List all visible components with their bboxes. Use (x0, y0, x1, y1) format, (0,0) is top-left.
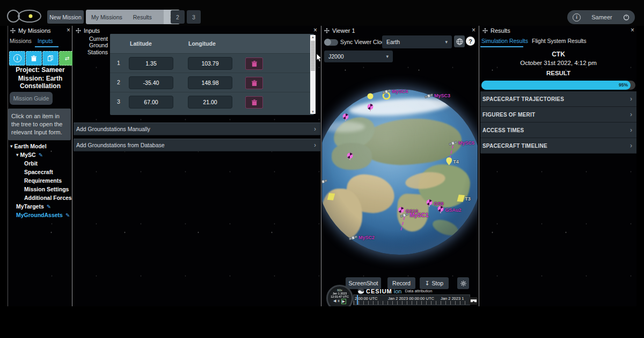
dish-marker[interactable] (342, 113, 349, 121)
tree-item-earth-model[interactable]: ▾Earth Model (8, 142, 72, 150)
mission-info-button[interactable]: i (9, 51, 25, 66)
sat-marker-mysc3[interactable]: MySC3 (425, 93, 450, 98)
frame-select[interactable]: J2000 ▾ (324, 51, 393, 62)
tree-item-mysc[interactable]: ▾MySC✎ (8, 150, 72, 159)
add-groundstations-manually-expander[interactable]: Add Groundstations Manually › (74, 123, 320, 135)
tab-flight-system-results[interactable]: Flight System Results (532, 38, 587, 44)
close-icon[interactable]: × (313, 27, 317, 33)
pause-icon[interactable]: II (338, 299, 339, 304)
tree-item-spacecraft[interactable]: Spacecraft (8, 168, 72, 176)
timeline-ticks (354, 301, 470, 305)
results-item-spacecraft-timeline[interactable]: SPACECRAFT TIMELINE› (480, 138, 636, 154)
target-icon (457, 195, 464, 202)
dish-marker[interactable] (347, 153, 354, 161)
tree-item-additional-forces[interactable]: Additional Forces (8, 193, 72, 202)
latitude-input[interactable]: 67.00 (129, 96, 173, 109)
tab-results[interactable]: Results (128, 14, 157, 20)
sat-marker-mysc4[interactable]: MySC4 (382, 89, 408, 94)
step-back-icon[interactable]: ◀ (333, 299, 336, 304)
sync-clocks-toggle[interactable] (324, 39, 338, 46)
chevron-right-icon: › (314, 141, 316, 149)
sat-marker-mysc5[interactable]: MySC5 (449, 140, 474, 146)
dish-marker-gsau2[interactable]: GSAu2 (437, 206, 461, 214)
edit-icon[interactable]: ✎ (65, 212, 70, 218)
close-icon[interactable]: × (472, 27, 475, 33)
edit-icon[interactable]: ✎ (47, 204, 51, 210)
new-mission-button[interactable]: New Mission (47, 10, 84, 24)
tree-item-mytargets[interactable]: MyTargets✎ (8, 202, 72, 211)
dish-marker[interactable] (367, 104, 374, 112)
trash-icon (252, 80, 257, 87)
tab-simulation-results[interactable]: Simulation Results (481, 38, 528, 44)
delete-row-button[interactable] (245, 96, 263, 109)
tab-my-missions[interactable]: My Missions (86, 14, 128, 20)
tree-item-mygroundassets[interactable]: MyGroundAssets✎ (8, 211, 72, 219)
delete-row-button[interactable] (245, 77, 263, 89)
tree-item-label: Mission Settings (24, 186, 69, 192)
latitude-input[interactable]: -35.40 (129, 76, 173, 89)
add-groundstations-from-database-expander[interactable]: Add Groundstations from Database › (74, 139, 320, 152)
cesium-logo-icon (357, 287, 364, 294)
scrollbar-thumb[interactable] (311, 41, 315, 71)
latitude-input[interactable]: 1.35 (129, 57, 173, 70)
sat-marker-mysc1[interactable]: MySC1 (400, 212, 428, 218)
mouse-cursor (316, 54, 320, 62)
power-icon[interactable] (623, 14, 630, 20)
sat-marker[interactable] (322, 179, 327, 184)
info-icon[interactable]: i (573, 13, 581, 21)
longitude-input[interactable]: 148.98 (188, 76, 232, 89)
close-icon[interactable]: × (631, 27, 634, 33)
quad-marker[interactable] (328, 193, 334, 200)
circle-marker[interactable] (368, 94, 374, 99)
mission-guide-button[interactable]: Mission Guide (10, 92, 53, 105)
project-label: Project: Sameer (8, 66, 72, 74)
results-item-spacecraft-trajectories[interactable]: SPACECRAFT TRAJECTORIES› (480, 91, 636, 107)
help-button[interactable]: ? (466, 37, 475, 46)
top-bar: New Mission My Missions Results 1 2 3 i … (0, 0, 644, 26)
satellite-icon (382, 88, 391, 95)
cesium-ion[interactable]: ion (394, 288, 402, 294)
caret-down-icon[interactable]: ▾ (16, 152, 19, 157)
play-icon[interactable]: ▶ (341, 299, 346, 304)
mission-copy-button[interactable] (42, 51, 58, 66)
quad-marker-t3[interactable]: T3 (458, 195, 471, 202)
tree-item-orbit[interactable]: Orbit (8, 159, 72, 168)
delete-row-button[interactable] (245, 57, 263, 70)
results-item-access-times[interactable]: ACCESS TIMES› (480, 123, 636, 138)
timeline-playhead[interactable] (357, 295, 358, 305)
table-scrollbar[interactable]: ▲ ▼ (310, 35, 316, 114)
tree-item-mission-settings[interactable]: Mission Settings (8, 185, 72, 193)
move-icon[interactable] (324, 28, 330, 33)
move-icon[interactable] (10, 28, 16, 33)
page-2-button[interactable]: 2 (171, 10, 185, 24)
longitude-input[interactable]: 103.79 (188, 57, 232, 70)
results-item-figures-of-merit[interactable]: FIGURES OF MERIT› (480, 107, 636, 123)
longitude-input[interactable]: 21.00 (188, 96, 232, 109)
close-icon[interactable]: × (67, 27, 70, 33)
panel-divider[interactable] (321, 26, 321, 306)
edit-icon[interactable]: ✎ (39, 152, 43, 158)
sat-marker-mysc2[interactable]: MySC2 (349, 235, 375, 240)
move-icon[interactable] (482, 28, 488, 33)
vr-mode-button[interactable] (469, 297, 478, 305)
body-select[interactable]: Earth ▾ (382, 35, 452, 48)
mission-share-button[interactable]: ⇄ (59, 51, 72, 66)
globe-view-button[interactable] (454, 35, 465, 47)
mission-delete-button[interactable] (26, 51, 42, 66)
panel-divider[interactable] (479, 26, 479, 306)
caret-down-icon[interactable]: ▾ (10, 143, 13, 149)
move-icon[interactable] (76, 28, 81, 33)
viewer-settings-button[interactable] (457, 277, 469, 289)
results-panel: Results × Simulation Results Flight Syst… (480, 26, 636, 306)
scroll-down-icon[interactable]: ▼ (310, 110, 316, 113)
cesium-brand[interactable]: CESIUM (366, 288, 392, 294)
page-3-button[interactable]: 3 (187, 10, 201, 24)
scroll-up-icon[interactable]: ▲ (310, 35, 316, 39)
results-item-label: ACCESS TIMES (482, 127, 524, 133)
cesium-timeline[interactable]: 2:00:00 UTC Jan 2 2023 00:00:00 UTC Jan … (353, 294, 470, 305)
tab-missions[interactable]: Missions (10, 38, 32, 44)
data-attribution-link[interactable]: Data attribution (405, 289, 432, 293)
tab-inputs[interactable]: Inputs (38, 38, 53, 44)
pin-marker-t4[interactable]: T4 (446, 157, 459, 166)
tree-item-requirements[interactable]: Requirements (8, 176, 72, 185)
